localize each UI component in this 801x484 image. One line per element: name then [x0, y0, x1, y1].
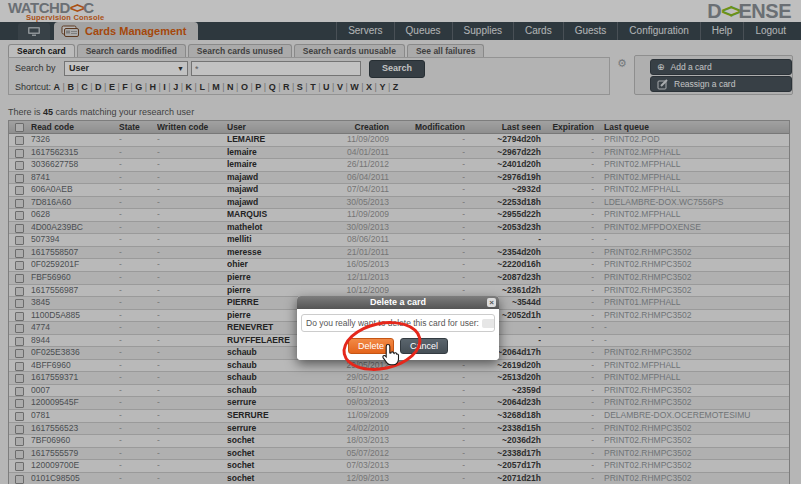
dialog-title: Delete a card ×	[297, 296, 499, 309]
cursor-hand-icon	[380, 343, 402, 367]
close-icon[interactable]: ×	[487, 298, 496, 307]
modal-overlay	[0, 0, 801, 484]
redacted-username	[482, 319, 495, 328]
